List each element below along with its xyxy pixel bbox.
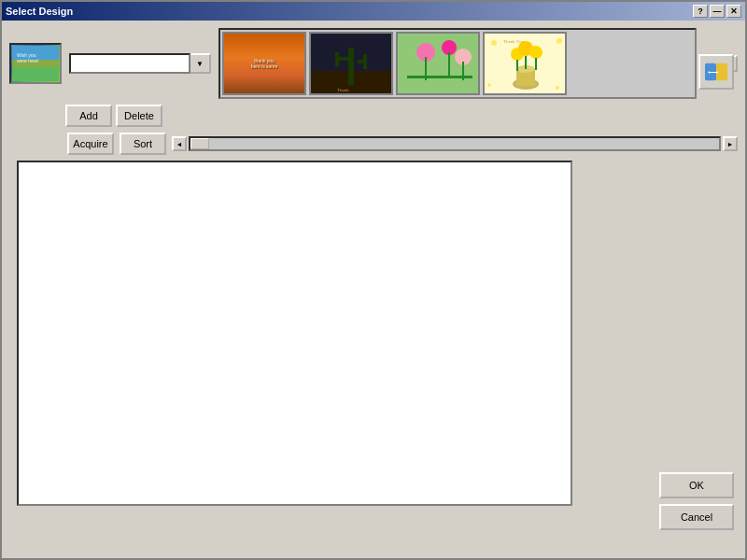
thumbnail-item-4[interactable]: Thank You <box>483 32 567 95</box>
title-bar-left: Select Design <box>6 6 73 17</box>
scroll-track-right-arrow[interactable]: ► <box>723 136 738 151</box>
minimize-button[interactable]: — <box>710 5 725 18</box>
svg-rect-37 <box>716 63 727 80</box>
scrollbar-container: ◄ ► <box>172 133 738 154</box>
thumbnail-strip: thank youhere is some <box>218 28 738 99</box>
preview-thumbnail: Wish you were here! <box>9 43 62 84</box>
ok-button[interactable]: OK <box>659 472 734 498</box>
svg-rect-18 <box>448 52 450 76</box>
svg-text:were here!: were here! <box>17 58 39 63</box>
svg-rect-34 <box>535 58 537 70</box>
title-bar: Select Design ? — ✕ <box>2 2 745 21</box>
svg-rect-8 <box>339 57 348 61</box>
svg-rect-9 <box>335 52 339 66</box>
svg-rect-33 <box>525 56 527 69</box>
thumbnail-item-3[interactable] <box>396 32 480 95</box>
thumbnail-scroll-area: thank youhere is some <box>218 28 697 99</box>
dropdown-container: Thank You ▼ <box>69 53 211 74</box>
add-button[interactable]: Add <box>65 105 112 127</box>
title-bar-buttons: ? — ✕ <box>693 5 741 18</box>
svg-rect-13 <box>398 34 480 95</box>
buttons-row: Add Delete <box>9 105 738 127</box>
content-area: Wish you were here! Thank You ▼ <box>2 21 745 513</box>
bottom-right-buttons: OK Cancel <box>659 472 734 530</box>
scroll-track-left-arrow[interactable]: ◄ <box>172 136 187 151</box>
close-button[interactable]: ✕ <box>726 5 741 18</box>
acquire-sort-row: Acquire Sort ◄ ► <box>9 133 738 155</box>
svg-point-25 <box>556 86 559 90</box>
window-title: Select Design <box>6 6 73 17</box>
svg-point-23 <box>557 38 562 44</box>
refresh-button[interactable]: ⟷ <box>698 54 734 90</box>
svg-text:Thank: Thank <box>337 88 349 92</box>
scrollbar-track[interactable] <box>189 136 721 151</box>
svg-text:⟷: ⟷ <box>708 67 719 77</box>
svg-rect-11 <box>363 54 367 69</box>
svg-rect-20 <box>407 76 472 78</box>
svg-point-22 <box>491 40 497 46</box>
delete-button[interactable]: Delete <box>116 105 162 127</box>
top-row: Wish you were here! Thank You ▼ <box>9 28 738 99</box>
thumbnail-item-2[interactable]: Thank <box>309 32 393 95</box>
help-button[interactable]: ? <box>693 5 708 18</box>
svg-point-24 <box>487 83 491 87</box>
thumbnail-item-1[interactable]: thank youhere is some <box>222 32 306 95</box>
acquire-button[interactable]: Acquire <box>67 133 114 155</box>
preview-thumb-inner: Wish you were here! <box>11 45 60 82</box>
cancel-button[interactable]: Cancel <box>659 504 734 530</box>
refresh-icon: ⟷ <box>705 63 727 80</box>
sort-button[interactable]: Sort <box>120 133 166 155</box>
chevron-down-icon: ▼ <box>196 60 204 68</box>
main-preview-area <box>17 161 572 506</box>
svg-rect-32 <box>516 60 518 71</box>
dropdown-arrow-button[interactable]: ▼ <box>190 53 211 74</box>
scrollbar-thumb[interactable] <box>190 138 209 149</box>
design-dropdown-input[interactable]: Thank You <box>69 53 190 74</box>
svg-rect-7 <box>348 48 354 85</box>
svg-text:Thank You: Thank You <box>503 39 524 44</box>
svg-point-31 <box>529 46 543 59</box>
main-window: Select Design ? — ✕ Wish you were here! <box>0 0 747 560</box>
